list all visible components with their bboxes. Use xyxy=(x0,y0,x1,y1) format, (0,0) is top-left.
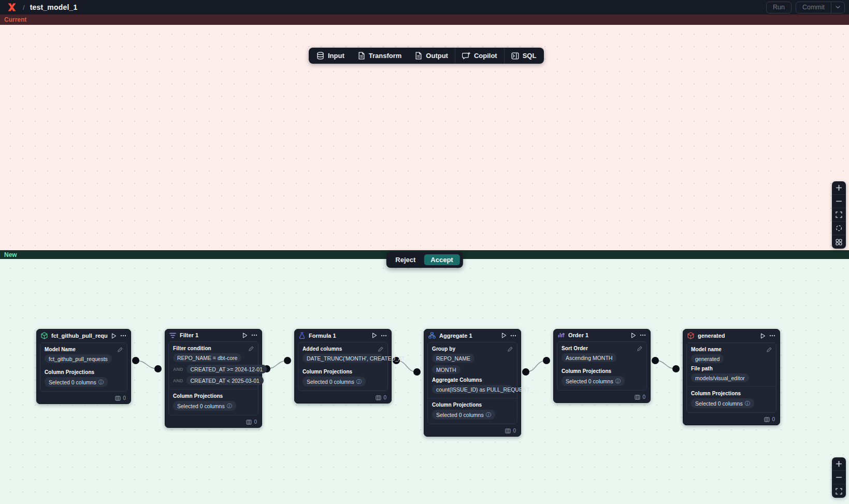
filter-icon xyxy=(169,333,176,338)
columns-count-icon xyxy=(376,395,381,400)
section-divider xyxy=(428,398,517,398)
toolbar-item-label: Copilot xyxy=(474,52,497,60)
columns-count-icon xyxy=(246,420,252,425)
field-label: Sort Order xyxy=(562,345,588,351)
zoom-in-button[interactable] xyxy=(832,181,846,195)
node-menu-button[interactable] xyxy=(251,334,257,336)
added-column-pill[interactable]: DATE_TRUNC('MONTH', CREATED_AT... xyxy=(303,354,383,363)
group-by-pill[interactable]: REPO_NAME xyxy=(432,354,474,363)
toolbar-item-sql[interactable]: SQL xyxy=(505,48,543,64)
info-icon[interactable]: ⓘ xyxy=(486,411,491,419)
node-run-button[interactable] xyxy=(111,333,117,339)
reject-button[interactable]: Reject xyxy=(389,254,422,265)
column-projections-pill[interactable]: Selected 0 columnsⓘ xyxy=(691,398,754,408)
node-menu-button[interactable] xyxy=(510,335,516,337)
node-menu-button[interactable] xyxy=(381,335,387,337)
node-run-button[interactable] xyxy=(501,333,507,338)
node-menu-button[interactable] xyxy=(769,335,775,337)
node-formula-1[interactable]: Formula 1 Added columns DATE_TRUNC('MONT… xyxy=(294,329,392,404)
node-order-1[interactable]: Order 1 Sort Order Ascending MONTH Colum… xyxy=(553,329,651,403)
node-filter-1[interactable]: Filter 1 Filter condition REPO_NAME = db… xyxy=(165,329,262,428)
zoom-out-button[interactable] xyxy=(832,471,846,484)
toolbar-item-label: Input xyxy=(328,52,344,60)
column-projections-pill[interactable]: Selected 0 columnsⓘ xyxy=(45,377,108,387)
aggregate-sitemap-icon xyxy=(428,332,436,339)
edit-pencil-icon[interactable] xyxy=(118,347,123,352)
info-icon[interactable]: ⓘ xyxy=(356,378,362,385)
value-pill[interactable]: fct_github_pull_requests xyxy=(45,354,112,363)
sort-order-pill[interactable]: Ascending MONTH xyxy=(562,353,616,362)
commit-dropdown-button[interactable] xyxy=(831,2,844,13)
node-footer: 0 xyxy=(424,426,521,436)
fit-view-icon xyxy=(836,211,842,218)
group-by-pill[interactable]: MONTH xyxy=(432,365,461,374)
column-projections-pill[interactable]: Selected 0 columnsⓘ xyxy=(432,410,495,420)
current-version-banner: Current xyxy=(0,15,849,25)
model-name-pill[interactable]: generated xyxy=(691,354,724,363)
node-menu-button[interactable] xyxy=(120,335,126,337)
accept-button[interactable]: Accept xyxy=(424,254,459,265)
toolbar-item-transform[interactable]: Transform xyxy=(351,48,409,64)
columns-count-icon xyxy=(505,428,511,434)
edit-pencil-icon[interactable] xyxy=(637,346,642,351)
columns-count-icon xyxy=(764,417,770,422)
lock-interactivity-button[interactable] xyxy=(832,222,846,235)
info-icon[interactable]: ⓘ xyxy=(745,400,750,407)
filter-condition-pill[interactable]: CREATED_AT >= 2024-12-01 xyxy=(186,365,267,373)
column-projections-pill[interactable]: Selected 0 columnsⓘ xyxy=(303,377,366,386)
minus-icon xyxy=(836,198,842,205)
column-projections-pill[interactable]: Selected 0 columnsⓘ xyxy=(173,401,236,411)
fit-view-button[interactable] xyxy=(832,208,846,222)
node-menu-button[interactable] xyxy=(640,334,646,336)
aggregate-column-pill[interactable]: count(ISSUE_ID) as PULL_REQUEST_... xyxy=(432,385,513,394)
toolbar-item-input[interactable]: Input xyxy=(310,48,351,64)
fit-view-button[interactable] xyxy=(832,484,846,498)
new-canvas[interactable]: Reject Accept xyxy=(0,259,849,504)
node-fct-github-pull-requests[interactable]: fct_github_pull_requests Model Name fct_… xyxy=(36,329,131,404)
field-label: Column Projections xyxy=(173,393,223,399)
dbt-logo-icon[interactable] xyxy=(7,3,17,12)
node-run-button[interactable] xyxy=(760,333,766,339)
commit-button[interactable]: Commit xyxy=(796,2,831,13)
node-footer: 0 xyxy=(37,394,131,404)
file-path-pill[interactable]: models/visual_editor xyxy=(691,373,749,382)
node-run-button[interactable] xyxy=(372,333,377,338)
info-icon[interactable]: ⓘ xyxy=(227,402,232,410)
field-label: Column Projections xyxy=(45,369,94,375)
node-run-button[interactable] xyxy=(242,333,248,338)
toolbar-item-output[interactable]: Output xyxy=(408,48,455,64)
toolbar-item-copilot[interactable]: Copilot xyxy=(455,48,504,64)
info-icon[interactable]: ⓘ xyxy=(98,379,104,386)
info-icon[interactable]: ⓘ xyxy=(615,378,621,385)
new-view-controls xyxy=(832,457,846,498)
column-count: 0 xyxy=(254,419,257,425)
node-aggregate-1[interactable]: Aggregate 1 Group by REPO_NAME MONTH Agg… xyxy=(424,329,521,437)
edit-pencil-icon[interactable] xyxy=(378,347,383,352)
run-button[interactable]: Run xyxy=(766,2,792,13)
sql-panel-icon xyxy=(511,52,519,60)
node-title: fct_github_pull_requests xyxy=(51,333,108,339)
node-title: Formula 1 xyxy=(309,333,368,339)
current-canvas[interactable]: Input Transform Output xyxy=(0,25,849,250)
node-title: Order 1 xyxy=(568,332,627,338)
sort-order-icon xyxy=(558,332,565,338)
model-cube-icon xyxy=(41,332,48,339)
edit-pencil-icon[interactable] xyxy=(249,346,254,351)
zoom-in-button[interactable] xyxy=(832,457,846,471)
zoom-out-button[interactable] xyxy=(832,195,846,208)
node-generated[interactable]: generated Model name generated File path… xyxy=(683,329,780,425)
filter-condition-pill[interactable]: REPO_NAME = dbt-core xyxy=(173,353,241,362)
model-cube-icon xyxy=(687,332,694,339)
file-icon xyxy=(358,52,365,60)
current-view-controls xyxy=(832,181,846,249)
node-run-button[interactable] xyxy=(631,333,636,338)
edit-pencil-icon[interactable] xyxy=(508,347,513,352)
node-footer: 0 xyxy=(295,393,391,403)
layout-grid-button[interactable] xyxy=(832,235,846,249)
field-label: Added columns xyxy=(303,346,342,352)
column-projections-pill[interactable]: Selected 0 columnsⓘ xyxy=(562,376,625,386)
field-label: Column Projections xyxy=(691,391,741,396)
filter-condition-pill[interactable]: CREATED_AT < 2025-03-01 xyxy=(186,376,264,385)
current-banner-label: Current xyxy=(4,16,26,23)
edit-pencil-icon[interactable] xyxy=(767,347,772,352)
